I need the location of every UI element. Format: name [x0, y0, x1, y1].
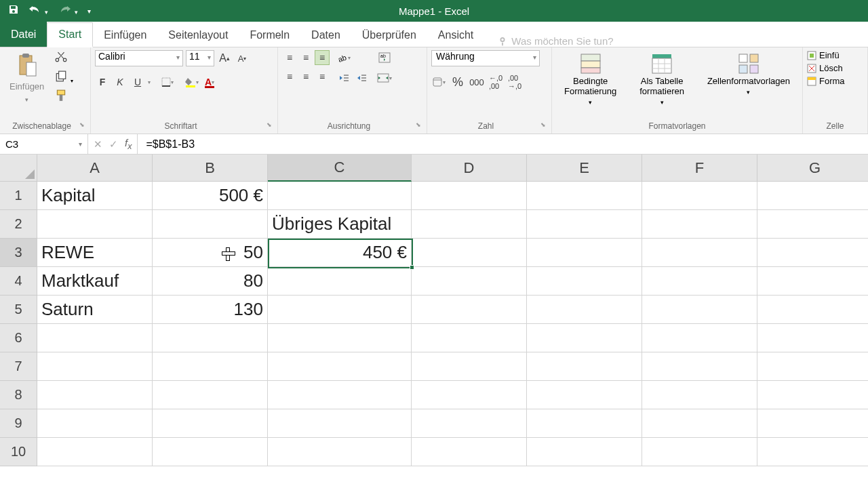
tab-home[interactable]: Start	[47, 22, 93, 47]
tab-file[interactable]: Datei	[0, 22, 47, 47]
col-header[interactable]: D	[412, 155, 527, 182]
cell[interactable]	[268, 296, 412, 324]
cell[interactable]	[527, 267, 642, 296]
cell[interactable]	[412, 438, 527, 466]
cell[interactable]	[153, 210, 268, 239]
cell[interactable]	[37, 352, 153, 381]
cell[interactable]: Übriges Kapital	[268, 210, 412, 239]
accounting-format-button[interactable]	[431, 75, 446, 89]
cell[interactable]	[37, 409, 153, 438]
border-button[interactable]	[160, 75, 175, 89]
orientation-button[interactable]: ab	[336, 50, 351, 65]
cell[interactable]	[757, 296, 868, 324]
align-middle-icon[interactable]: ≡	[298, 50, 313, 65]
cell[interactable]	[268, 267, 412, 296]
font-color-button[interactable]: A	[202, 75, 217, 89]
format-painter-icon[interactable]	[55, 89, 73, 104]
align-center-icon[interactable]: ≡	[298, 69, 313, 84]
font-launcher-icon[interactable]: ⬊	[267, 121, 272, 128]
cell[interactable]	[153, 352, 268, 381]
tab-view[interactable]: Ansicht	[427, 24, 484, 47]
cell[interactable]	[757, 324, 868, 352]
cell[interactable]	[153, 324, 268, 352]
cell[interactable]	[527, 210, 642, 239]
clipboard-launcher-icon[interactable]: ⬊	[79, 121, 85, 128]
formula-input[interactable]: =$B$1-B3	[138, 134, 868, 154]
delete-cells-button[interactable]: Lösch	[807, 63, 845, 73]
decrease-decimal-icon[interactable]: ,00→,0	[507, 75, 522, 89]
confirm-formula-icon[interactable]: ✓	[109, 138, 118, 150]
cell[interactable]: Kapital	[37, 182, 153, 210]
cell[interactable]: 130	[153, 296, 268, 324]
col-header[interactable]: F	[642, 155, 757, 182]
format-cells-button[interactable]: Forma	[807, 76, 845, 86]
cell[interactable]	[268, 409, 412, 438]
cell[interactable]: 80	[153, 267, 268, 296]
cancel-formula-icon[interactable]: ✕	[94, 138, 102, 150]
cell[interactable]	[527, 239, 642, 267]
merge-button[interactable]	[377, 70, 392, 85]
percent-button[interactable]: %	[450, 75, 465, 89]
cell-styles-button[interactable]: Zellenformatvorlagen ▾	[699, 50, 798, 96]
save-icon[interactable]	[8, 4, 19, 18]
cell[interactable]: 500 €	[153, 182, 268, 210]
cell[interactable]	[642, 409, 757, 438]
col-header[interactable]: C	[268, 155, 412, 182]
bold-button[interactable]: F	[95, 75, 110, 89]
align-top-icon[interactable]: ≡	[282, 50, 297, 65]
decrease-indent-icon[interactable]	[336, 70, 351, 85]
cell[interactable]	[527, 409, 642, 438]
insert-cells-button[interactable]: Einfü	[807, 50, 845, 60]
copy-icon[interactable]: ▾	[55, 70, 73, 85]
tab-data[interactable]: Daten	[300, 24, 351, 47]
cell[interactable]	[37, 438, 153, 466]
col-header[interactable]: A	[37, 155, 153, 182]
increase-decimal-icon[interactable]: ←,0,00	[488, 75, 503, 89]
cell[interactable]	[757, 239, 868, 267]
cell[interactable]	[412, 296, 527, 324]
align-bottom-icon[interactable]: ≡	[315, 50, 330, 65]
cell[interactable]	[268, 352, 412, 381]
cut-icon[interactable]	[55, 52, 73, 66]
cell[interactable]	[527, 352, 642, 381]
col-header[interactable]: G	[757, 155, 868, 182]
cell[interactable]	[757, 409, 868, 438]
conditional-formatting-button[interactable]: Bedingte Formatierung ▾	[556, 50, 625, 106]
cell[interactable]	[757, 381, 868, 409]
row-header[interactable]: 2	[0, 210, 37, 239]
cell[interactable]	[757, 438, 868, 466]
tab-review[interactable]: Überprüfen	[351, 24, 427, 47]
cell[interactable]	[412, 267, 527, 296]
fx-icon[interactable]: fx	[125, 137, 132, 151]
align-left-icon[interactable]: ≡	[282, 69, 297, 84]
col-header[interactable]: B	[153, 155, 268, 182]
cell[interactable]: Marktkauf	[37, 267, 153, 296]
cell[interactable]	[412, 352, 527, 381]
undo-icon[interactable]: ▾	[28, 5, 48, 17]
row-header[interactable]: 6	[0, 324, 37, 352]
cell[interactable]	[412, 210, 527, 239]
shrink-font-icon[interactable]: A▾	[235, 51, 250, 66]
cell[interactable]	[642, 381, 757, 409]
cell[interactable]	[153, 381, 268, 409]
cell[interactable]: Saturn	[37, 296, 153, 324]
cell[interactable]	[757, 210, 868, 239]
cell[interactable]	[642, 324, 757, 352]
tab-formulas[interactable]: Formeln	[239, 24, 300, 47]
cell[interactable]	[412, 381, 527, 409]
cell[interactable]	[153, 438, 268, 466]
cell[interactable]	[268, 381, 412, 409]
cell[interactable]	[527, 438, 642, 466]
cell[interactable]	[268, 324, 412, 352]
alignment-launcher-icon[interactable]: ⬊	[416, 121, 421, 128]
cell[interactable]	[153, 409, 268, 438]
cell[interactable]	[37, 210, 153, 239]
cell[interactable]	[527, 324, 642, 352]
cell[interactable]	[268, 182, 412, 210]
cell[interactable]	[642, 352, 757, 381]
number-launcher-icon[interactable]: ⬊	[540, 121, 546, 128]
cell[interactable]	[642, 182, 757, 210]
cell[interactable]: 450 €	[268, 239, 412, 267]
cell[interactable]	[642, 296, 757, 324]
cell[interactable]	[642, 267, 757, 296]
